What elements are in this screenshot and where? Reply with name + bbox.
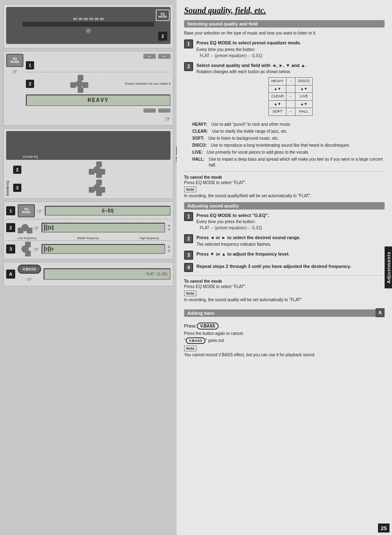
indicator-2 <box>143 108 156 113</box>
dpad-up[interactable] <box>78 75 83 81</box>
stereo-btn <box>73 18 77 20</box>
step-2-row: 2 Select sound quality and field with ◄,… <box>184 62 385 118</box>
badge-3: 3 <box>13 184 21 192</box>
step-1-sequence: FLAT→ (preset equalizer)→ G.EQ <box>200 53 262 58</box>
geq-row-2: 2 ☞ ∓∓ <box>6 220 171 235</box>
hand-icon-2: ☞ <box>26 115 171 123</box>
indicator-marks-2: ∓∓ <box>168 245 171 253</box>
step2-row-eq: 2 Shows selection as you make it <box>26 75 171 93</box>
freq-low-label: Low frequency <box>18 237 37 240</box>
geq-row-3: 3 ☞ ∓∓ <box>6 242 171 256</box>
adj-step-4-instruction: Repeat steps 2 through 3 until you have … <box>196 264 351 269</box>
term-hall: HALL: <box>192 157 207 168</box>
quality-grid: HEAVY → DISCO ▲▼ ▲▼ CLEAR ← LIVE ▲▼ <box>268 77 313 116</box>
freq-display-2 <box>42 244 165 254</box>
stereo-btn <box>89 18 93 20</box>
desc-clear-text: Use to clarify the treble range of jazz,… <box>212 129 288 134</box>
page-title: Sound quality, field, etc. <box>184 6 385 15</box>
indicator: ▪▪▪ <box>158 54 171 59</box>
stereo-btn <box>100 18 104 20</box>
hand-geq-2: ☞ <box>33 224 39 232</box>
vbass-button[interactable]: V.BASS <box>18 265 41 274</box>
adj-step-2-row: 2 Press ◄ or ► to select the desired sou… <box>184 234 385 247</box>
note-box-2: Note <box>184 291 196 296</box>
vbass-controls: V.BASS ☞ <box>18 265 41 284</box>
dpad4-center <box>21 224 29 231</box>
eq-step3: 3 <box>13 180 171 196</box>
grid-center <box>286 85 295 93</box>
step-badge-2: 2 <box>158 32 167 41</box>
eq-mode-grp: EQMODE ☞ <box>18 204 42 217</box>
grid-clear: CLEAR <box>269 93 286 101</box>
step1-row: 1 <box>26 61 171 69</box>
term-clear: CLEAR: <box>192 129 210 134</box>
adj-step-1-seq: FLAT→ (preset equalizer)→ G.EQ <box>200 226 262 230</box>
desc-disco: DISCO: Use to reproduce a long reverbera… <box>192 143 385 148</box>
grid-av3: ▲▼ <box>269 100 286 108</box>
stereo-controls-left <box>86 145 91 146</box>
dotted-2 <box>6 219 171 219</box>
term-soft: SOFT: <box>192 136 207 141</box>
freq-bar-2 <box>48 246 49 252</box>
a-badge-header: A <box>376 308 385 317</box>
freq-bar <box>46 225 47 231</box>
dpad-4 <box>18 220 32 235</box>
desc-table: HEAVY: Use to add "punch" to rock and ot… <box>192 122 385 168</box>
sound-eq-label-2: SOUND EQ <box>6 161 9 196</box>
step-1-row: 1 Press EQ MODE to select preset equaliz… <box>184 39 385 59</box>
section-header-bass: Adding bass <box>184 309 376 317</box>
step-1-badge: 1 <box>26 61 34 69</box>
step-2-content: Select sound quality and field with ◄, ►… <box>196 62 385 118</box>
indicator-2 <box>158 108 171 113</box>
dpad2-center <box>93 166 101 173</box>
press-label: Press <box>184 323 197 328</box>
eq-step2: 2 <box>13 161 171 178</box>
step-2-badge: 2 <box>26 80 34 88</box>
dpad-right[interactable] <box>83 82 88 88</box>
note-text-3: You cannot record V.BASS effect, but you… <box>184 352 385 358</box>
desc-hall-text: Use to impart a deep bass and spread whi… <box>209 157 385 168</box>
dpad-2 <box>89 161 105 178</box>
grid-av4: ▲▼ <box>295 100 313 108</box>
freq-bar-2 <box>50 247 51 251</box>
dotted-3 <box>6 240 171 241</box>
grid-arrow-left2: ← <box>286 108 295 116</box>
desc-heavy-text: Use to add "punch" to rock and other mus… <box>211 122 291 127</box>
note-text-2: In recording, the sound quality will be … <box>184 297 385 303</box>
vbass-display: FLAT (G.EQ) <box>44 268 171 280</box>
eq-mode-button[interactable]: EQMODE <box>6 54 23 67</box>
freq-bar-2 <box>44 246 45 252</box>
heavy-text: HEAVY <box>88 97 109 104</box>
grid-arrow-right: → <box>286 78 295 85</box>
adj-step-1-instruction: Press EQ MODE to select "G.EQ". <box>196 213 269 218</box>
note-text-1: In recording, the sound quality/field wi… <box>184 193 385 199</box>
grid-live: LIVE <box>295 93 313 101</box>
eq-right: ▪▪▪ ▪▪▪ 1 2 Shows selection as you make … <box>26 54 171 123</box>
adj-step-3-instruction: Press ▼ or ▲ to adjust the frequency lev… <box>196 251 290 256</box>
dpad-down[interactable] <box>78 87 83 93</box>
press-vbass-row: Press V.BASS . <box>184 323 385 330</box>
adj-step-3-content: Press ▼ or ▲ to adjust the frequency lev… <box>196 251 385 258</box>
freq-bar-2 <box>52 248 53 250</box>
vbass-inline-btn[interactable]: V.BASS <box>197 323 218 330</box>
freq-high-label: High frequency <box>140 237 159 240</box>
desc-clear: CLEAR: Use to clarify the treble range o… <box>192 129 385 134</box>
adj-step-4-row: 4 Repeat steps 2 through 3 until you hav… <box>184 263 385 272</box>
desc-live: LIVE: Use primarily for vocal pieces to … <box>192 150 385 155</box>
stereo-btn <box>78 18 83 20</box>
section-header-adjusting: Adjusting sound quality <box>184 202 385 210</box>
indicator: ▪▪▪ <box>143 54 156 59</box>
stereo-unit-2: SOUND EQ IO V.BASS <box>6 131 171 160</box>
dpad-5 <box>18 242 32 256</box>
left-panel: 1 EQ MODE 2 EQMODE ☞ ▪▪▪ ▪▪▪ 1 <box>0 0 177 535</box>
eq-mode-btn-geq[interactable]: EQMODE <box>18 204 35 217</box>
adj-step-1-detail: Every time you press the button: <box>196 219 255 224</box>
grid-av2: ▲▼ <box>295 85 313 93</box>
dpad-left[interactable] <box>70 82 76 88</box>
term-heavy: HEAVY: <box>192 122 210 127</box>
dpad5-center <box>21 245 29 253</box>
vbass-detail-1: Press the button again to cancel. <box>184 331 385 336</box>
illus-stereo-top: 1 EQ MODE 2 <box>3 4 173 48</box>
period: . <box>220 323 221 328</box>
dotted-divider <box>26 72 171 72</box>
